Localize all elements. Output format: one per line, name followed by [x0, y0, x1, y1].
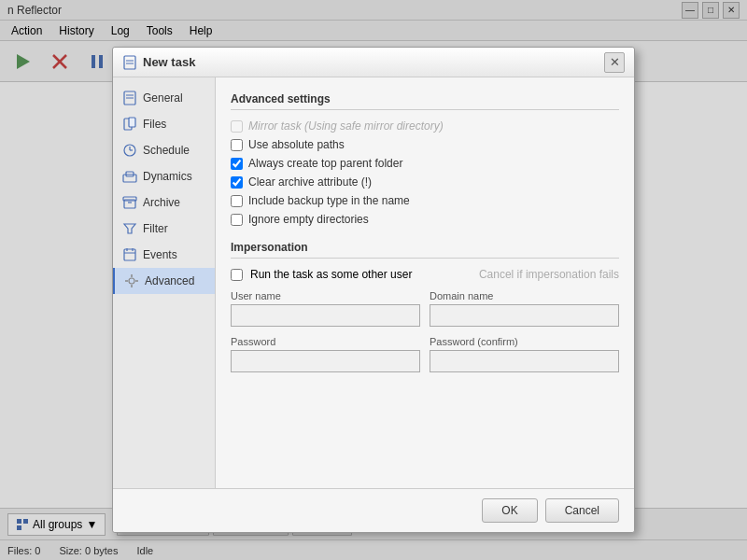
nav-general-label: General: [143, 91, 183, 105]
domain-field: Domain name: [430, 290, 619, 327]
advanced-settings-title: Advanced settings: [231, 92, 619, 110]
impersonation-run-as-row: Run the task as some other user Cancel i…: [231, 268, 619, 281]
impersonation-form: User name Domain name Password Password …: [231, 290, 619, 372]
checkbox-include-backup: Include backup type in the name: [231, 194, 619, 207]
cancel-if-fails-label: Cancel if impersonation fails: [479, 268, 619, 281]
schedule-icon: [122, 143, 137, 158]
nav-schedule-label: Schedule: [143, 144, 190, 157]
svg-point-47: [129, 278, 134, 284]
domain-label: Domain name: [430, 290, 619, 301]
events-icon: [122, 247, 137, 262]
ok-button[interactable]: OK: [482, 498, 537, 523]
always-create-checkbox[interactable]: [231, 158, 243, 170]
nav-archive[interactable]: Archive: [113, 189, 215, 216]
impersonation-title: Impersonation: [231, 241, 619, 259]
nav-events[interactable]: Events: [113, 242, 215, 268]
impersonation-section: Impersonation Run the task as some other…: [231, 241, 619, 372]
always-create-label: Always create top parent folder: [248, 157, 402, 170]
new-task-dialog: New task ✕ General: [112, 47, 635, 533]
password-confirm-input[interactable]: [430, 350, 619, 372]
dynamics-icon: [122, 169, 137, 184]
nav-schedule[interactable]: Schedule: [113, 137, 215, 163]
use-absolute-checkbox[interactable]: [231, 139, 243, 151]
svg-rect-43: [124, 249, 135, 260]
username-field: User name: [231, 290, 420, 327]
dialog-title: New task: [143, 55, 604, 69]
filter-icon: [122, 221, 137, 236]
mirror-task-checkbox[interactable]: [231, 120, 243, 133]
checkbox-mirror-task: Mirror task (Using safe mirror directory…: [231, 119, 619, 133]
dialog-body: General Files: [113, 77, 634, 488]
advanced-icon: [124, 273, 139, 288]
nav-filter-label: Filter: [143, 222, 168, 235]
password-confirm-field: Password (confirm): [430, 336, 619, 372]
dialog-task-icon: [122, 55, 137, 70]
checkbox-use-absolute: Use absolute paths: [231, 138, 619, 151]
svg-rect-38: [123, 175, 136, 182]
run-as-other-checkbox[interactable]: [231, 269, 243, 281]
password-confirm-label: Password (confirm): [430, 336, 619, 347]
svg-rect-27: [124, 56, 135, 69]
cancel-button[interactable]: Cancel: [545, 498, 619, 523]
password-label: Password: [231, 336, 420, 347]
include-backup-checkbox[interactable]: [231, 195, 243, 207]
nav-files-label: Files: [143, 118, 166, 131]
checkbox-clear-archive: Clear archive attribute (!): [231, 175, 619, 189]
clear-archive-checkbox[interactable]: [231, 176, 243, 189]
include-backup-label: Include backup type in the name: [248, 194, 410, 207]
clear-archive-label: Clear archive attribute (!): [248, 175, 372, 189]
ignore-empty-checkbox[interactable]: [231, 214, 243, 226]
checkbox-ignore-empty: Ignore empty directories: [231, 213, 619, 226]
nav-dynamics-label: Dynamics: [143, 170, 192, 183]
nav-files[interactable]: Files: [113, 111, 215, 137]
archive-icon: [122, 195, 137, 210]
dialog-nav: General Files: [113, 77, 216, 488]
dialog-titlebar: New task ✕: [113, 48, 634, 77]
mirror-task-label: Mirror task (Using safe mirror directory…: [248, 119, 444, 133]
nav-archive-label: Archive: [143, 196, 180, 209]
checkbox-always-create: Always create top parent folder: [231, 157, 619, 170]
nav-filter[interactable]: Filter: [113, 216, 215, 242]
domain-input[interactable]: [430, 304, 619, 327]
username-label: User name: [231, 290, 420, 301]
run-as-other-label: Run the task as some other user: [250, 268, 412, 281]
general-icon: [122, 91, 137, 105]
dialog-close-button[interactable]: ✕: [604, 52, 625, 73]
nav-events-label: Events: [143, 248, 177, 261]
files-icon: [122, 117, 137, 132]
password-field: Password: [231, 336, 420, 372]
nav-general[interactable]: General: [113, 85, 215, 111]
ignore-empty-label: Ignore empty directories: [248, 213, 369, 226]
use-absolute-label: Use absolute paths: [248, 138, 345, 151]
username-input[interactable]: [231, 304, 420, 327]
password-input[interactable]: [231, 350, 420, 372]
nav-advanced-label: Advanced: [145, 274, 194, 287]
dialog-footer: OK Cancel: [113, 488, 634, 532]
nav-advanced[interactable]: Advanced: [113, 268, 215, 294]
nav-dynamics[interactable]: Dynamics: [113, 163, 215, 189]
dialog-content-area: Advanced settings Mirror task (Using saf…: [216, 77, 634, 488]
svg-rect-34: [129, 118, 135, 127]
